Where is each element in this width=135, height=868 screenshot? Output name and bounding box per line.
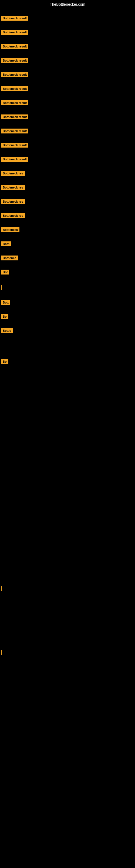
bottleneck-badge-19: Bot bbox=[1, 270, 9, 275]
bottleneck-badge-1: Bottleneck result bbox=[1, 16, 28, 21]
list-item: Bottleneck result bbox=[0, 70, 135, 80]
vertical-line-3 bbox=[1, 650, 2, 655]
vertical-line-1 bbox=[1, 285, 2, 290]
list-item: Bottl bbox=[0, 240, 135, 249]
bottleneck-badge-22: Bottle bbox=[1, 328, 13, 333]
bottleneck-badge-8: Bottleneck result bbox=[1, 115, 28, 119]
bottleneck-badge-20: Bott bbox=[1, 300, 10, 305]
site-title: TheBottlenecker.com bbox=[0, 0, 135, 9]
bottleneck-badge-13: Bottleneck res bbox=[1, 185, 25, 190]
list-item: Bottleneck bbox=[0, 226, 135, 235]
spacer-bottom bbox=[0, 658, 135, 767]
bottleneck-badge-15: Bottleneck res bbox=[1, 213, 25, 218]
bottleneck-badge-14: Bottleneck res bbox=[1, 199, 25, 204]
list-item: Bottleneck res bbox=[0, 212, 135, 221]
bottleneck-badge-3: Bottleneck result bbox=[1, 44, 28, 49]
list-item: Bot bbox=[0, 268, 135, 277]
list-item: Bottleneck result bbox=[0, 113, 135, 122]
list-item: Bottleneck result bbox=[0, 127, 135, 136]
bottleneck-badge-17: Bottl bbox=[1, 241, 11, 246]
bottleneck-badge-10: Bottleneck result bbox=[1, 143, 28, 148]
list-item bbox=[0, 584, 135, 593]
list-item: Bottleneck res bbox=[0, 169, 135, 179]
bottleneck-badge-5: Bottleneck result bbox=[1, 72, 28, 77]
vertical-line-2 bbox=[1, 586, 2, 591]
list-item: Bottleneck res bbox=[0, 183, 135, 193]
list-item bbox=[0, 648, 135, 657]
bottleneck-badge-6: Bottleneck result bbox=[1, 86, 28, 91]
list-item: Bottleneck result bbox=[0, 99, 135, 108]
list-item: Bottleneck result bbox=[0, 14, 135, 23]
list-item: Bottleneck result bbox=[0, 28, 135, 37]
list-item: Bottleneck result bbox=[0, 155, 135, 164]
list-item: Bottleneck result bbox=[0, 85, 135, 94]
bottleneck-badge-9: Bottleneck result bbox=[1, 129, 28, 133]
bottleneck-badge-16: Bottleneck bbox=[1, 227, 19, 232]
bottleneck-badge-18: Bottlenec bbox=[1, 255, 18, 260]
list-item: Bottleneck result bbox=[0, 56, 135, 66]
page-container: TheBottlenecker.com Bottleneck result Bo… bbox=[0, 0, 135, 868]
bottleneck-badge-7: Bottleneck result bbox=[1, 100, 28, 105]
spacer-1 bbox=[0, 336, 135, 352]
list-item: Bottleneck res bbox=[0, 197, 135, 207]
list-item: Bottlenec bbox=[0, 254, 135, 263]
list-item: Bottle bbox=[0, 327, 135, 336]
bottleneck-badge-4: Bottleneck result bbox=[1, 58, 28, 63]
list-item bbox=[0, 283, 135, 292]
list-item: Bo bbox=[0, 358, 135, 367]
list-item: Bottleneck result bbox=[0, 141, 135, 150]
bottleneck-badge-21: Bo bbox=[1, 314, 8, 319]
bottleneck-badge-11: Bottleneck result bbox=[1, 157, 28, 162]
list-item: Bottleneck result bbox=[0, 42, 135, 52]
bottleneck-badge-12: Bottleneck res bbox=[1, 171, 25, 176]
list-item: Bo bbox=[0, 312, 135, 322]
spacer-large bbox=[0, 367, 135, 584]
spacer-2 bbox=[0, 594, 135, 648]
bottleneck-badge-23: Bo bbox=[1, 359, 8, 364]
list-item: Bott bbox=[0, 299, 135, 308]
bottleneck-badge-2: Bottleneck result bbox=[1, 30, 28, 35]
